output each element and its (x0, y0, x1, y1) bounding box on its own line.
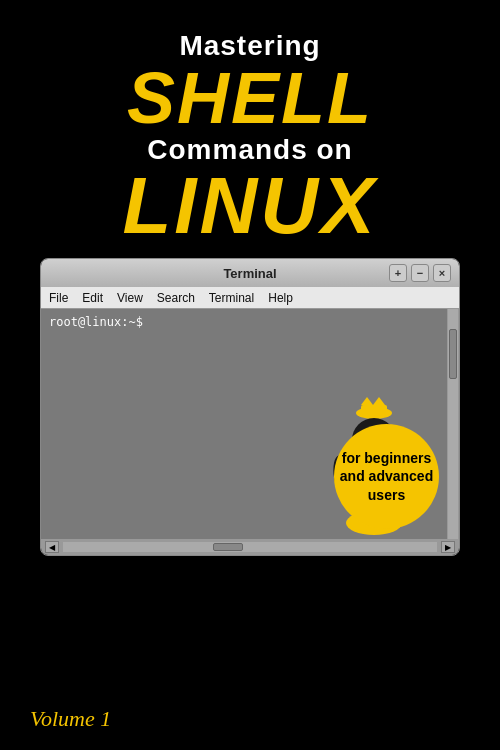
scroll-right-arrow[interactable]: ▶ (441, 541, 455, 553)
book-cover: Mastering SHELL Commands on LINUX Termin… (0, 0, 500, 750)
horizontal-scrollbar-thumb[interactable] (213, 543, 243, 551)
title-shell: SHELL (127, 62, 373, 134)
terminal-btn-minus[interactable]: − (411, 264, 429, 282)
menu-terminal[interactable]: Terminal (209, 291, 254, 305)
volume-label: Volume 1 (30, 706, 111, 732)
terminal-titlebar: Terminal + − × (41, 259, 459, 287)
svg-marker-2 (361, 397, 373, 405)
terminal-btn-plus[interactable]: + (389, 264, 407, 282)
vertical-scrollbar[interactable] (447, 309, 459, 539)
badge-text: for beginners and advanced users (334, 449, 439, 504)
horizontal-scrollbar[interactable]: ◀ ▶ (41, 539, 459, 555)
menu-search[interactable]: Search (157, 291, 195, 305)
svg-rect-1 (361, 405, 387, 415)
svg-marker-3 (373, 397, 385, 405)
terminal-window: Terminal + − × File Edit View Search Ter… (40, 258, 460, 556)
menu-view[interactable]: View (117, 291, 143, 305)
terminal-btn-close[interactable]: × (433, 264, 451, 282)
terminal-title: Terminal (223, 266, 276, 281)
terminal-window-buttons: + − × (389, 264, 451, 282)
terminal-prompt: root@linux:~$ (41, 309, 459, 329)
terminal-menubar: File Edit View Search Terminal Help (41, 287, 459, 309)
scroll-left-arrow[interactable]: ◀ (45, 541, 59, 553)
vertical-scrollbar-thumb[interactable] (449, 329, 457, 379)
horizontal-scrollbar-track (63, 542, 437, 552)
promo-badge: for beginners and advanced users (334, 424, 439, 529)
menu-help[interactable]: Help (268, 291, 293, 305)
menu-file[interactable]: File (49, 291, 68, 305)
title-linux: LINUX (123, 166, 378, 246)
terminal-body: root@linux:~$ (41, 309, 459, 539)
menu-edit[interactable]: Edit (82, 291, 103, 305)
